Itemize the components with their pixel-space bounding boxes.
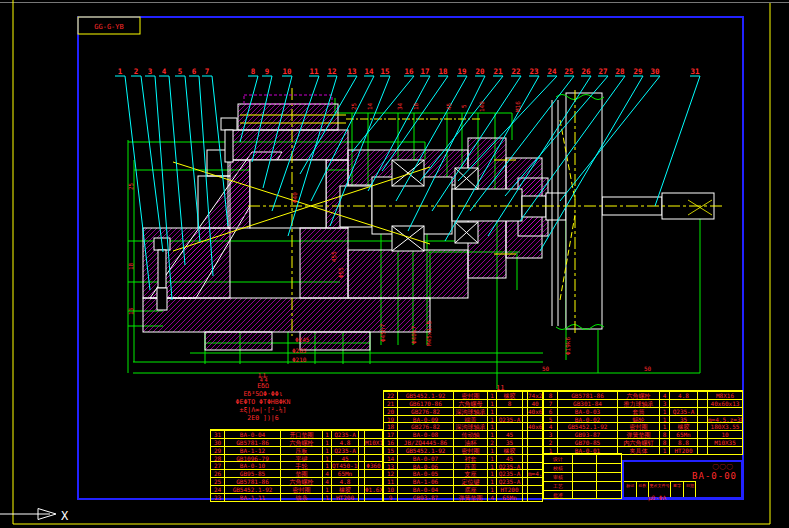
table-row: 19 BA-0-09 端盖 1 Q235-A [384,415,542,423]
svg-text:Φ245: Φ245 [295,336,310,343]
bom-cell-material: 65Mn [496,493,522,501]
balloon-number: 17 [420,67,429,76]
bom-cell-code: GB276-82 [397,407,453,415]
svg-text:Φ265: Φ265 [292,347,307,354]
bom-cell-remark: m=4.5 [527,469,542,477]
bom-cell-qty: 1 [322,461,331,469]
bom-cell-code: GB93-87 [557,430,617,438]
title-block-date-cell [596,490,621,499]
bom-cell-no: 28 [211,454,224,462]
bom-table-right: 8 GB5781-86 六角螺栓 4 4.8 M8X16 7 GB301-84 … [543,390,743,455]
bom-cell-qty: 1 [487,446,496,454]
sheet-count-label: μ0-ΦA [648,494,666,501]
bom-cell-code: BA-1-12 [224,446,280,454]
cad-viewport[interactable]: GG-G-YB [0,0,789,528]
bom-cell-no: 27 [211,461,224,469]
bom-cell-no: 10 [384,485,397,493]
bom-cell-spare [697,399,707,407]
bom-cell-code: BA-0-03 [557,407,617,415]
balloon-number: 20 [475,67,485,76]
bom-cell-no: 21 [384,399,397,407]
bom-cell-qty: 4 [487,493,496,501]
table-row: 29 BA-1-12 压板 1 Q235-A [211,446,382,454]
table-row: 13 BA-0-06 压盖 1 Q235-A [384,462,542,470]
note-line: ΕδΩ [198,382,328,390]
revision-col-label: 标记 [624,482,636,497]
bom-cell-material: 橡胶 [496,391,522,399]
bom-cell-spare [697,407,707,415]
title-block-row: 审核 [544,472,621,481]
revision-col-label: 处数 [636,482,648,497]
balloon-number: 18 [438,67,448,76]
bom-cell-name: 密封圈 [453,446,487,454]
balloon-number: 5 [178,67,183,76]
bom-cell-remark: 74x2.65 [527,391,542,399]
bom-cell-qty: 1 [322,446,331,454]
bom-cell-no: 6 [544,407,557,415]
bom-cell-material: Q235-A [331,430,358,438]
balloon-number: 21 [493,67,503,76]
bom-cell-remark [527,462,542,470]
bom-cell-remark [527,454,542,462]
bom-cell-qty: 1 [322,454,331,462]
balloon-number: 12 [327,67,336,76]
bom-cell-no: 26 [211,469,224,477]
bom-cell-name: 密封圈 [617,422,659,430]
bom-cell-name: 衬套 [453,454,487,462]
bom-cell-qty: 4 [659,391,669,399]
bom-cell-material [496,422,522,430]
table-row: 10 BA-0-04 底座 1 HT200 [384,485,542,493]
bom-cell-qty: 1 [487,462,496,470]
title-block-role-label: 批准 [544,490,572,499]
table-row: 21 GB6170-86 六角螺母 1 8 40 [384,399,542,407]
table-row: 9 GB93-87 弹簧垫圈 4 65Mn [384,493,542,501]
bom-cell-name: 六角螺母 [453,399,487,407]
table-row: 11 BA-1-06 定位键 1 Q235-A [384,477,542,485]
title-block-row: 工艺 [544,481,621,490]
bom-cell-code: GB5781-86 [224,438,280,446]
bom-cell-remark [527,485,542,493]
bom-cell-no: 22 [384,391,397,399]
bom-table-middle: 22 GB5452.1-92 密封圈 1 橡胶 74x2.65 21 GB617… [383,390,543,502]
title-block-role-label: 校核 [544,463,572,472]
bom-cell-material: Q235-A [496,462,522,470]
balloon-number: 8 [251,67,256,76]
bom-cell-material: HT200 [496,485,522,493]
title-block-date-cell [596,454,621,463]
bom-cell-no: 29 [211,446,224,454]
svg-text:M16: M16 [514,101,521,112]
svg-text:Φ40k7: Φ40k7 [410,326,417,344]
bom-cell-spare [697,446,707,454]
bom-cell-name: 开口垫圈 [280,430,322,438]
bom-cell-remark: 40 [527,399,542,407]
bom-cell-no: 2 [544,438,557,446]
svg-text:13: 13 [127,307,134,315]
bom-cell-code: GB276-82 [397,422,453,430]
title-block-role-label: 审核 [544,472,572,481]
balloon-number: 27 [598,67,607,76]
balloon-numbers: 1 2 3 4 5 6 7 8 9 10 11 12 13 14 15 16 1… [118,67,700,76]
bom-cell-spare [697,391,707,399]
title-block-main: 〇〇〇 BA-0-00 标记 处数 更改文件号 签字 日期 [622,460,743,499]
bom-cell-code: GB5452.1-92 [397,446,453,454]
bom-cell-code: BA-0-02 [557,415,617,423]
bom-cell-material: 4.8 [331,438,358,446]
svg-text:Φ45h7: Φ45h7 [379,324,386,342]
table-row: 28 GB1096-79 平键 1 45 [211,454,382,462]
bom-cell-material: 45 [496,430,522,438]
title-block-row: 设计 [544,454,621,463]
svg-text:Φ55: Φ55 [337,267,344,278]
bom-cell-remark: M10X35 [707,438,742,446]
balloon-number: 11 [309,67,319,76]
svg-text:34: 34 [396,102,403,110]
bom-cell-name: 六角螺栓 [617,391,659,399]
bom-cell-name: 传动轴 [453,430,487,438]
bom-cell-no: 7 [544,399,557,407]
bom-cell-qty: 1 [659,422,669,430]
bom-cell-remark: 40x60x18 [527,407,542,415]
bom-cell-code: BA-0-07 [397,454,453,462]
bom-cell-no: 5 [544,415,557,423]
bom-cell-no: 8 [544,391,557,399]
bom-cell-name: 垫圈 [280,469,322,477]
balloon-number: 28 [615,67,625,76]
